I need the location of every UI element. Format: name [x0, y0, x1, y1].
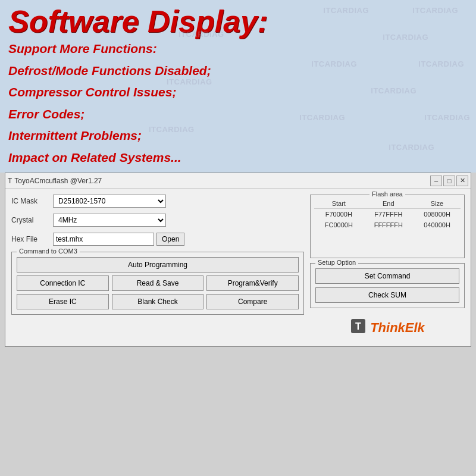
flash-table-body: F70000HF77FFFH008000HFC0000HFFFFFFH04000…	[314, 209, 461, 255]
flash-cell-2-1	[364, 230, 414, 242]
flash-cell-3-0	[314, 242, 364, 254]
crystal-label: Crystal	[11, 216, 53, 224]
cmd-row-1: Connection IC Read & Save Program&Verify	[17, 275, 299, 291]
flash-cell-0-1: F77FFFH	[364, 209, 414, 220]
banner-line: Defrost/Mode Functions Disabled;	[8, 61, 468, 81]
app-icon: T	[8, 177, 12, 185]
logo-icon: T	[350, 318, 367, 338]
auto-programming-button[interactable]: Auto Programming	[17, 257, 299, 273]
flash-cell-1-1: FFFFFFH	[364, 220, 414, 230]
hex-file-row: Hex File Open	[11, 233, 304, 246]
flash-cell-2-2	[414, 230, 461, 242]
flash-cell-3-1	[364, 242, 414, 254]
minimize-button[interactable]: –	[430, 176, 442, 186]
setup-option-label: Setup Option	[315, 259, 358, 266]
flash-cell-0-2: 008000H	[414, 209, 461, 220]
flash-cell-3-2	[414, 242, 461, 254]
thinkelk-logo-svg: T	[350, 318, 367, 334]
flash-header-size: Size	[414, 199, 461, 209]
crystal-select[interactable]: 4MHz	[53, 214, 166, 227]
flash-cell-0-0: F70000H	[314, 209, 364, 220]
banner-subtitle-block: Support More Functions:Defrost/Mode Func…	[8, 39, 468, 167]
left-panel: IC Mask D251802-1570 Crystal 4MHz Hex Fi…	[11, 195, 304, 340]
banner-line: Intermittent Problems;	[8, 126, 468, 146]
logo-area: T ThinkElk	[310, 313, 465, 340]
banner-title: Software Display:	[8, 6, 468, 37]
flash-header-end: End	[364, 199, 414, 209]
banner-line: Error Codes;	[8, 105, 468, 124]
open-button[interactable]: Open	[156, 233, 184, 246]
banner-line: Compressor Control Issues;	[8, 83, 468, 102]
right-panel: Flash area Start End Size F70000HF77FFFH…	[310, 195, 465, 340]
flash-table-row: FC0000HFFFFFFH040000H	[314, 220, 461, 230]
hex-file-input[interactable]	[53, 233, 154, 246]
flash-table-row: F70000HF77FFFH008000H	[314, 209, 461, 220]
window-controls: – □ ✕	[430, 176, 468, 186]
flash-area-group: Flash area Start End Size F70000HF77FFFH…	[310, 195, 465, 258]
blank-check-button[interactable]: Blank Check	[112, 294, 204, 309]
erase-ic-button[interactable]: Erase IC	[17, 294, 109, 309]
app-title: ToyoACmcuflash @Ver1.27	[14, 177, 102, 185]
svg-text:T: T	[355, 321, 361, 331]
cmd-row-2: Erase IC Blank Check Compare	[17, 294, 299, 309]
command-group-label: Command to COM3	[17, 248, 80, 255]
flash-cell-1-0: FC0000H	[314, 220, 364, 230]
command-group: Command to COM3 Auto Programming Connect…	[11, 252, 304, 315]
maximize-button[interactable]: □	[443, 176, 455, 186]
ic-mask-label: IC Mask	[11, 197, 53, 205]
flash-cell-2-0	[314, 230, 364, 242]
read-save-button[interactable]: Read & Save	[112, 275, 204, 291]
ic-mask-row: IC Mask D251802-1570	[11, 195, 304, 208]
close-button[interactable]: ✕	[456, 176, 468, 186]
flash-table-row	[314, 242, 461, 254]
connection-ic-button[interactable]: Connection IC	[17, 275, 109, 291]
logo-text: ThinkElk	[370, 320, 425, 336]
flash-table: Start End Size F70000HF77FFFH008000HFC00…	[314, 199, 461, 254]
banner-line: Impact on Related Systems...	[8, 148, 468, 168]
flash-cell-1-2: 040000H	[414, 220, 461, 230]
setup-option-group: Setup Option Set Command Check SUM	[310, 263, 465, 308]
ic-mask-select[interactable]: D251802-1570	[53, 195, 166, 208]
flash-table-row	[314, 230, 461, 242]
hex-file-label: Hex File	[11, 235, 53, 243]
crystal-row: Crystal 4MHz	[11, 214, 304, 227]
compare-button[interactable]: Compare	[206, 294, 299, 309]
program-verify-button[interactable]: Program&Verify	[206, 275, 299, 291]
check-sum-button[interactable]: Check SUM	[315, 287, 459, 303]
flash-area-label: Flash area	[369, 190, 405, 198]
set-command-button[interactable]: Set Command	[315, 268, 459, 284]
title-bar: T ToyoACmcuflash @Ver1.27 – □ ✕	[5, 173, 471, 189]
flash-header-start: Start	[314, 199, 364, 209]
banner-line: Support More Functions:	[8, 39, 468, 59]
